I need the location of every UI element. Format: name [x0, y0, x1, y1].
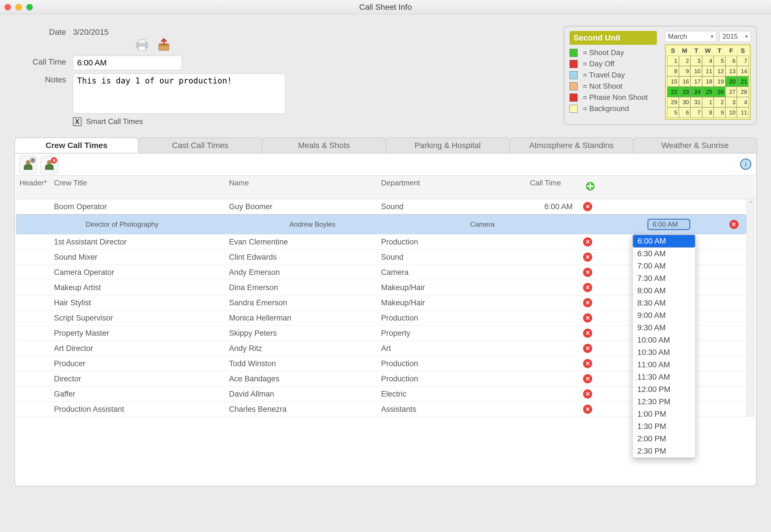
- time-option[interactable]: 1:30 PM: [633, 420, 695, 433]
- notes-textarea[interactable]: This is day 1 of our production!: [73, 73, 285, 114]
- calendar-day[interactable]: 4: [737, 97, 749, 107]
- time-option[interactable]: 6:00 AM: [633, 235, 695, 248]
- calendar-day[interactable]: 1: [702, 97, 714, 107]
- time-option[interactable]: 10:00 AM: [633, 334, 695, 346]
- cell-delete[interactable]: ✕: [578, 310, 597, 325]
- cell-call-time[interactable]: [512, 406, 578, 412]
- calendar-day[interactable]: 19: [714, 76, 725, 87]
- cell-delete[interactable]: ✕: [578, 265, 597, 280]
- calendar-day[interactable]: 2: [714, 97, 725, 107]
- cell-call-time[interactable]: [512, 315, 578, 321]
- calendar-day[interactable]: 5: [714, 56, 725, 66]
- calendar-day[interactable]: 15: [667, 76, 679, 87]
- calendar-day[interactable]: 3: [725, 97, 737, 107]
- cell-call-time[interactable]: [512, 391, 578, 397]
- calendar-day[interactable]: 2: [679, 56, 691, 66]
- tab-cast-call-times[interactable]: Cast Call Times: [138, 137, 262, 153]
- calendar-day[interactable]: 25: [702, 87, 714, 97]
- time-option[interactable]: 2:30 PM: [633, 445, 695, 457]
- edit-crew-button[interactable]: ⚙: [19, 156, 37, 174]
- time-option[interactable]: 11:30 AM: [633, 371, 695, 383]
- calendar-day[interactable]: 11: [702, 66, 714, 76]
- calendar-day[interactable]: 8: [702, 107, 714, 118]
- calendar-day[interactable]: 26: [714, 87, 725, 97]
- tab-crew-call-times[interactable]: Crew Call Times: [14, 137, 139, 153]
- calendar-day[interactable]: 6: [679, 107, 691, 118]
- time-option[interactable]: 8:00 AM: [633, 285, 695, 297]
- cell-delete[interactable]: ✕: [578, 234, 597, 249]
- time-option[interactable]: 1:00 PM: [633, 408, 695, 420]
- add-row-button[interactable]: [582, 178, 593, 196]
- cell-delete[interactable]: ✕: [578, 280, 597, 295]
- time-option[interactable]: 7:30 AM: [633, 272, 695, 285]
- calendar-day[interactable]: 3: [690, 56, 702, 66]
- time-option[interactable]: 12:30 PM: [633, 396, 695, 408]
- year-select[interactable]: 2015 ▾: [719, 31, 751, 42]
- cell-delete[interactable]: ✕: [578, 250, 597, 265]
- export-button[interactable]: [156, 37, 171, 52]
- cell-call-time[interactable]: [512, 254, 578, 260]
- cell-delete[interactable]: ✕: [578, 356, 597, 371]
- calendar-day[interactable]: 5: [667, 107, 679, 118]
- time-option[interactable]: 12:00 PM: [633, 383, 695, 396]
- cell-delete[interactable]: ✕: [725, 217, 743, 232]
- calendar-day[interactable]: 28: [737, 87, 749, 97]
- calendar-day[interactable]: 10: [725, 107, 737, 118]
- tab-atmosphere-standins[interactable]: Atmosphere & Standins: [509, 137, 634, 153]
- cell-call-time[interactable]: [512, 285, 578, 290]
- calendar-day[interactable]: 17: [690, 76, 702, 87]
- time-option[interactable]: 10:30 AM: [633, 346, 695, 359]
- calendar-day[interactable]: 21: [737, 76, 749, 87]
- tab-weather-sunrise[interactable]: Weather & Sunrise: [633, 137, 757, 153]
- tab-parking-hospital[interactable]: Parking & Hospital: [386, 137, 510, 153]
- calendar-day[interactable]: 11: [737, 107, 749, 118]
- cell-call-time[interactable]: [512, 269, 578, 275]
- time-option[interactable]: 11:00 AM: [633, 359, 695, 371]
- time-option[interactable]: 8:30 AM: [633, 297, 695, 309]
- table-row[interactable]: Director of PhotographyAndrew BoylesCame…: [16, 214, 746, 234]
- calendar-day[interactable]: 7: [737, 56, 749, 66]
- cell-delete[interactable]: ✕: [578, 387, 597, 401]
- col-call-time[interactable]: Call Time: [512, 176, 578, 199]
- col-department[interactable]: Department: [378, 176, 512, 199]
- cell-delete[interactable]: ✕: [578, 371, 597, 386]
- time-option[interactable]: 7:00 AM: [633, 260, 695, 272]
- cell-call-time[interactable]: 6:00 AM: [512, 199, 578, 214]
- month-select[interactable]: March ▾: [665, 31, 716, 42]
- calendar-day[interactable]: 9: [714, 107, 725, 118]
- info-button[interactable]: i: [739, 158, 752, 172]
- cell-call-time[interactable]: [512, 300, 578, 306]
- time-option[interactable]: 9:30 AM: [633, 322, 695, 334]
- cell-call-time[interactable]: 6:00 AM: [630, 216, 696, 233]
- col-crew-title[interactable]: Crew Title: [51, 176, 226, 199]
- cell-delete[interactable]: ✕: [578, 199, 597, 214]
- cell-delete[interactable]: ✕: [578, 295, 597, 310]
- calendar-day[interactable]: 4: [702, 56, 714, 66]
- calendar-day[interactable]: 27: [725, 87, 737, 97]
- calendar-day[interactable]: 13: [725, 66, 737, 76]
- cell-call-time[interactable]: [512, 239, 578, 245]
- remove-crew-button[interactable]: ✕: [40, 156, 59, 174]
- scrollbar[interactable]: ⌃: [746, 199, 755, 417]
- cell-delete[interactable]: ✕: [578, 402, 597, 417]
- cell-delete[interactable]: ✕: [578, 341, 597, 356]
- col-name[interactable]: Name: [226, 176, 378, 199]
- calendar-day[interactable]: 8: [667, 66, 679, 76]
- calendar-day[interactable]: 10: [690, 66, 702, 76]
- cell-call-time[interactable]: [512, 361, 578, 366]
- table-row[interactable]: Boom OperatorGuy BoomerSound6:00 AM✕: [16, 199, 746, 214]
- calendar-day[interactable]: 29: [667, 97, 679, 107]
- time-option[interactable]: 2:00 PM: [633, 433, 695, 445]
- cell-call-time[interactable]: [512, 376, 578, 382]
- time-dropdown[interactable]: 6:00 AM6:30 AM7:00 AM7:30 AM8:00 AM8:30 …: [632, 234, 696, 458]
- print-button[interactable]: [135, 37, 149, 52]
- calendar-day[interactable]: 30: [679, 97, 691, 107]
- smart-calltimes-checkbox[interactable]: X: [73, 117, 81, 126]
- calendar-day[interactable]: 22: [667, 87, 679, 97]
- calendar-day[interactable]: 1: [667, 56, 679, 66]
- calendar-day[interactable]: 12: [714, 66, 725, 76]
- calendar-day[interactable]: 23: [679, 87, 691, 97]
- calendar-day[interactable]: 14: [737, 66, 749, 76]
- time-option[interactable]: 9:00 AM: [633, 309, 695, 322]
- calltime-input[interactable]: [73, 56, 182, 70]
